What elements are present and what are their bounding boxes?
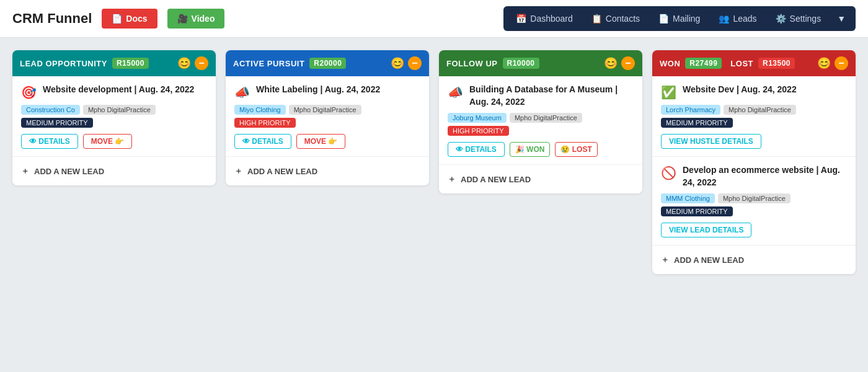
card-title-white-labeling: White Labeling | Aug. 24, 2022	[256, 84, 380, 96]
tag-construction-co: Construction Co	[21, 105, 80, 115]
col-header-won: WON R27499 LOST R13500 😊 −	[652, 50, 856, 76]
col-face-button-lead[interactable]: 😊	[177, 58, 191, 69]
badge-amount-followup: R10000	[503, 58, 539, 69]
nav-contacts[interactable]: 📋 Contacts	[583, 9, 649, 29]
top-bar-left: CRM Funnel 📄 Docs 🎥 Video	[12, 9, 224, 29]
card-building-database: 📣 Building A Database for A Museum | Aug…	[439, 76, 642, 165]
column-follow-up: FOLLOW UP R10000 😊 − 📣 Building A Databa…	[439, 50, 642, 193]
tag-priority-medium-won: MEDIUM PRIORITY	[661, 118, 733, 128]
plus-icon-lead: ＋	[21, 166, 29, 177]
card-white-labeling: 📣 White Labeling | Aug. 24, 2022 Miyo Cl…	[226, 76, 429, 157]
card-title-website-dev-won: Website Dev | Aug. 24, 2022	[683, 84, 797, 96]
docs-icon: 📄	[112, 14, 122, 24]
tag-miyo-clothing: Miyo Clothing	[234, 105, 286, 115]
tag-mmm-clothing: MMM Clothing	[661, 193, 715, 203]
card-icon-lost-circle: 🚫	[661, 166, 676, 180]
add-lead-active-pursuit[interactable]: ＋ ADD A NEW LEAD	[226, 157, 429, 185]
kanban-board: LEAD OPPORTUNITY R15000 😊 − 🎯 Website de…	[0, 38, 868, 286]
details-button-website-dev[interactable]: 👁 DETAILS	[21, 134, 78, 149]
add-lead-lead-opportunity[interactable]: ＋ ADD A NEW LEAD	[12, 157, 216, 185]
move-button-website-dev[interactable]: MOVE 👉	[83, 134, 133, 149]
tag-mpho-dp: Mpho DigitalPractice	[83, 105, 156, 115]
card-website-dev: 🎯 Website development | Aug. 24, 2022 Co…	[12, 76, 216, 157]
tag-priority-high-followup: HIGH PRIORITY	[448, 126, 509, 136]
tag-mpho-dp-active: Mpho DigitalPractice	[289, 105, 361, 115]
col-header-lead: LEAD OPPORTUNITY R15000 😊 −	[12, 50, 216, 76]
tag-mpho-dp-followup: Mpho DigitalPractice	[510, 113, 582, 123]
card-icon-won-check: ✅	[661, 85, 676, 100]
card-icon-megaphone-followup: 📣	[448, 85, 463, 100]
move-button-white-labeling[interactable]: MOVE 👉	[296, 134, 346, 149]
card-icon-megaphone-active: 📣	[234, 85, 250, 100]
card-ecommerce-lost: 🚫 Develop an ecommerce website | Aug. 24…	[652, 157, 856, 246]
plus-icon-won: ＋	[661, 254, 669, 265]
tag-mpho-dp-won: Mpho DigitalPractice	[724, 105, 796, 115]
details-button-building-db[interactable]: 👁 DETAILS	[448, 142, 505, 157]
nav-dashboard[interactable]: 📅 Dashboard	[507, 9, 582, 29]
details-button-white-labeling[interactable]: 👁 DETAILS	[234, 134, 291, 149]
badge-amount-active: R20000	[309, 58, 346, 69]
nav-dropdown-button[interactable]: ▼	[831, 9, 852, 29]
col-face-button-active[interactable]: 😊	[391, 58, 404, 69]
card-website-dev-won: ✅ Website Dev | Aug. 24, 2022 Lorch Phar…	[652, 76, 856, 157]
contacts-icon: 📋	[591, 14, 602, 24]
col-minus-button-won[interactable]: −	[835, 56, 848, 70]
mailing-icon: 📄	[658, 14, 669, 24]
col-minus-button-lead[interactable]: −	[195, 56, 208, 70]
tag-joburg-museum: Joburg Museum	[448, 113, 507, 123]
lost-button-building-db[interactable]: 😢 LOST	[555, 142, 597, 157]
col-title-won: WON	[660, 59, 680, 68]
app-title: CRM Funnel	[12, 11, 92, 27]
col-face-button-won[interactable]: 😊	[817, 58, 831, 69]
card-title-building-database: Building A Database for A Museum | Aug. …	[469, 84, 634, 108]
dashboard-icon: 📅	[516, 14, 526, 24]
plus-icon-active: ＋	[234, 166, 242, 177]
settings-icon: ⚙️	[776, 14, 786, 24]
docs-button[interactable]: 📄 Docs	[102, 9, 157, 29]
nav-bar: 📅 Dashboard 📋 Contacts 📄 Mailing 👥 Leads…	[503, 6, 856, 31]
col-title-lead: LEAD OPPORTUNITY	[20, 59, 107, 68]
plus-icon-followup: ＋	[448, 174, 456, 185]
column-active-pursuit: ACTIVE PURSUIT R20000 😊 − 📣 White Labeli…	[226, 50, 429, 185]
add-lead-follow-up[interactable]: ＋ ADD A NEW LEAD	[439, 165, 642, 193]
col-face-button-followup[interactable]: 😊	[604, 58, 618, 69]
tag-lorch-pharmacy: Lorch Pharmacy	[661, 105, 720, 115]
video-icon: 🎥	[177, 14, 188, 24]
card-title-ecommerce-lost: Develop an ecommerce website | Aug. 24, …	[683, 164, 847, 188]
view-lead-details-button[interactable]: VIEW LEAD DETAILS	[661, 223, 751, 237]
col-minus-button-followup[interactable]: −	[621, 56, 635, 70]
col-title-active: ACTIVE PURSUIT	[233, 59, 304, 68]
nav-leads[interactable]: 👥 Leads	[710, 9, 765, 29]
col-title-lost: LOST	[730, 59, 753, 68]
column-lead-opportunity: LEAD OPPORTUNITY R15000 😊 − 🎯 Website de…	[12, 50, 216, 185]
video-button[interactable]: 🎥 Video	[167, 9, 225, 29]
badge-amount-lost: R13500	[758, 58, 795, 69]
badge-amount-lead: R15000	[112, 58, 149, 69]
card-title-website-dev: Website development | Aug. 24, 2022	[43, 84, 194, 96]
nav-mailing[interactable]: 📄 Mailing	[650, 9, 709, 29]
col-header-followup: FOLLOW UP R10000 😊 −	[439, 50, 642, 76]
tag-priority-high-active: HIGH PRIORITY	[234, 118, 296, 128]
view-hustle-details-button[interactable]: VIEW HUSTLE DETAILS	[661, 134, 761, 149]
tag-mpho-dp-lost: Mpho DigitalPractice	[718, 193, 790, 203]
badge-amount-won: R27499	[685, 58, 722, 69]
add-lead-won-lost[interactable]: ＋ ADD A NEW LEAD	[652, 246, 856, 274]
top-bar: CRM Funnel 📄 Docs 🎥 Video 📅 Dashboard 📋 …	[0, 0, 868, 38]
col-minus-button-active[interactable]: −	[408, 56, 422, 70]
tag-priority-medium: MEDIUM PRIORITY	[21, 118, 93, 128]
leads-icon: 👥	[719, 14, 729, 24]
col-title-followup: FOLLOW UP	[446, 59, 498, 68]
won-button-building-db[interactable]: 🎉 WON	[510, 142, 551, 157]
column-won-lost: WON R27499 LOST R13500 😊 − ✅ Website Dev…	[652, 50, 856, 274]
nav-settings[interactable]: ⚙️ Settings	[767, 9, 830, 29]
tag-priority-medium-lost: MEDIUM PRIORITY	[661, 206, 733, 216]
card-icon-target: 🎯	[21, 85, 37, 100]
col-header-active: ACTIVE PURSUIT R20000 😊 −	[226, 50, 429, 76]
